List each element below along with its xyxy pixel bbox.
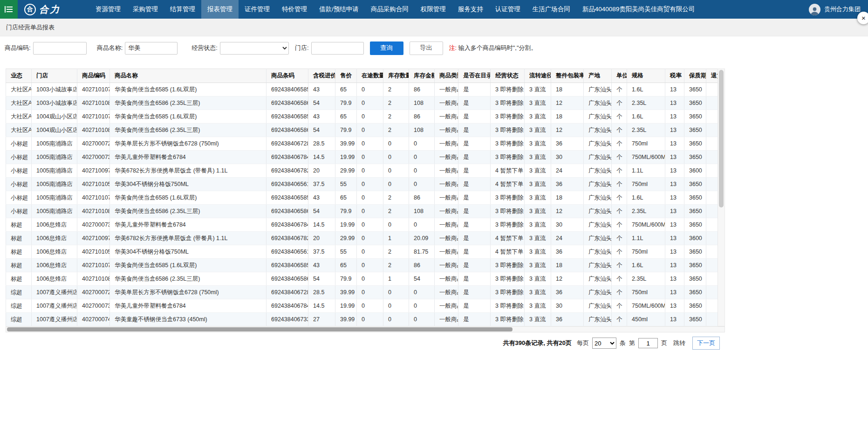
close-icon[interactable]: × xyxy=(857,12,868,24)
nav-item[interactable]: 服务支持 xyxy=(452,0,489,19)
nav-item[interactable]: 采购管理 xyxy=(127,0,164,19)
table-cell: 3 直流 xyxy=(525,137,551,151)
table-cell: 0 xyxy=(383,286,409,299)
table-row[interactable]: 综超1007遵义播州店402700074华美童趣不锈钢便当盒6733 (450m… xyxy=(6,313,718,326)
product-name-input[interactable] xyxy=(125,42,178,55)
table-row[interactable]: 小标超1005南浦路店402710097华美6782长方形便携单层饭盒 (带餐具… xyxy=(6,164,718,178)
table-cell: 0 xyxy=(357,191,383,205)
hamburger-menu-button[interactable] xyxy=(0,0,18,19)
table-cell: 37.5 xyxy=(308,178,335,191)
vertical-scrollbar[interactable] xyxy=(718,69,725,326)
horizontal-scrollbar[interactable] xyxy=(6,326,725,332)
table-row[interactable]: 大社区A1003小城故事店402710108华美食尚便当盒6586 (2.35L… xyxy=(6,97,718,110)
column-header: 产地 xyxy=(584,69,612,83)
table-cell: 1003小城故事店 xyxy=(32,97,77,110)
table-cell: 13 xyxy=(665,205,684,218)
nav-item[interactable]: 报表管理 xyxy=(201,0,239,19)
horizontal-scrollbar-thumb[interactable] xyxy=(7,327,513,331)
table-cell: 广东汕头 xyxy=(584,286,612,299)
table-cell: 402710105 xyxy=(77,178,110,191)
nav-item[interactable]: 生活广场合同 xyxy=(526,0,576,19)
column-header: 商品类型 xyxy=(435,69,458,83)
table-cell: 一般商品 xyxy=(435,218,458,232)
table-cell: 6924384067821 xyxy=(267,164,308,178)
table-cell: 2 xyxy=(383,191,409,205)
table-cell: 一般商品 xyxy=(435,259,458,272)
per-page-select[interactable]: 20 xyxy=(592,338,616,349)
table-cell: 750ML/600ML/45ML xyxy=(627,299,665,313)
table-cell: 1.6L xyxy=(627,83,665,97)
table-cell: 华美食尚便当盒6586 (2.35L三层) xyxy=(110,124,267,137)
table-row[interactable]: 小标超1005南浦路店402710105华美304不锈钢分格饭750ML6924… xyxy=(6,178,718,191)
table-cell: 0 xyxy=(357,205,383,218)
table-cell xyxy=(706,151,718,164)
table-cell: 79.9 xyxy=(335,205,357,218)
table-cell: 13 xyxy=(665,299,684,313)
table-row[interactable]: 标超1006息烽店402710097华美6782长方形便携单层饭盒 (带餐具) … xyxy=(6,232,718,245)
column-header: 商品条码 xyxy=(267,69,308,83)
table-cell: 3 直流 xyxy=(525,205,551,218)
table-cell: 12 xyxy=(551,205,584,218)
table-cell: 18 xyxy=(551,259,584,272)
table-region: 业态门店商品编码商品名称商品条码含税进价售价在途数量库存数量库存金额商品类型是否… xyxy=(6,69,725,332)
nav-item[interactable]: 认证管理 xyxy=(489,0,526,19)
search-button[interactable]: 查询 xyxy=(370,41,403,55)
page-number-input[interactable] xyxy=(638,338,658,348)
nav-item[interactable]: 商品采购合同 xyxy=(365,0,415,19)
table-cell: 55 xyxy=(335,178,357,191)
store-input[interactable] xyxy=(311,42,364,55)
table-row[interactable]: 标超1006息烽店402710108华美食尚便当盒6586 (2.35L三层)6… xyxy=(6,272,718,286)
nav-item[interactable]: 特价管理 xyxy=(276,0,313,19)
jump-button[interactable]: 跳转 xyxy=(673,339,685,347)
table-row[interactable]: 小标超1005南浦路店402710107华美食尚便当盒6585 (1.6L双层)… xyxy=(6,191,718,205)
table-row[interactable]: 综超1007遵义播州店402700072华美单层长方形不锈钢饭盒6728 (75… xyxy=(6,286,718,299)
table-cell: 华美食尚便当盒6585 (1.6L双层) xyxy=(110,110,267,124)
nav-item[interactable]: 权限管理 xyxy=(415,0,452,19)
table-cell: 1005南浦路店 xyxy=(32,191,77,205)
table-row[interactable]: 标超1006息烽店402710107华美食尚便当盒6585 (1.6L双层)69… xyxy=(6,259,718,272)
nav-item[interactable]: 资源管理 xyxy=(89,0,127,19)
table-row[interactable]: 大社区A1003小城故事店402710107华美食尚便当盒6585 (1.6L双… xyxy=(6,83,718,97)
nav-item[interactable]: 借款/预结申请 xyxy=(313,0,365,19)
vertical-scrollbar-thumb[interactable] xyxy=(719,70,724,207)
export-button[interactable]: 导出 xyxy=(410,41,443,55)
table-row[interactable]: 标超1006息烽店402700073华美儿童外带塑料餐盒678469243840… xyxy=(6,218,718,232)
table-cell: 1 xyxy=(383,232,409,245)
table-cell: 个 xyxy=(612,245,627,259)
table-cell: 750ml xyxy=(627,245,665,259)
table-cell: 12 xyxy=(551,97,584,110)
table-cell: 108 xyxy=(409,124,435,137)
table-cell: 0 xyxy=(357,286,383,299)
table-cell: 36 xyxy=(551,178,584,191)
table-cell: 6924384065612 xyxy=(267,178,308,191)
table-cell: 0 xyxy=(383,218,409,232)
nav-item[interactable]: 证件管理 xyxy=(239,0,276,19)
operation-status-select[interactable] xyxy=(220,42,289,55)
logo-circle-icon: 合 xyxy=(24,4,36,15)
table-row[interactable]: 标超1006息烽店402710105华美304不锈钢分格饭750ML692438… xyxy=(6,245,718,259)
table-row[interactable]: 综超1007遵义播州店402700073华美儿童外带塑料餐盒6784692438… xyxy=(6,299,718,313)
table-cell: 86 xyxy=(409,259,435,272)
table-cell: 2 xyxy=(383,110,409,124)
nav-item[interactable]: 新品4040089贵阳美尚美佳商贸有限公司 xyxy=(576,0,701,19)
table-cell: 是 xyxy=(458,110,491,124)
table-cell: 750ml xyxy=(627,178,665,191)
table-cell: 华美食尚便当盒6586 (2.35L三层) xyxy=(110,272,267,286)
table-cell: 750ML/600ML/45ML xyxy=(627,218,665,232)
table-cell: 29.99 xyxy=(335,232,357,245)
next-page-button[interactable]: 下一页 xyxy=(692,337,720,350)
table-cell: 3650 xyxy=(684,218,706,232)
table-cell: 0 xyxy=(357,124,383,137)
table-row[interactable]: 大社区A1004观山小区店402710107华美食尚便当盒6585 (1.6L双… xyxy=(6,110,718,124)
table-cell: 81.75 xyxy=(409,245,435,259)
table-cell: 0 xyxy=(409,178,435,191)
table-row[interactable]: 小标超1005南浦路店402700073华美儿童外带塑料餐盒6784692438… xyxy=(6,151,718,164)
table-row[interactable]: 小标超1005南浦路店402710108华美食尚便当盒6586 (2.35L三层… xyxy=(6,205,718,218)
table-row[interactable]: 小标超1005南浦路店402700072华美单层长方形不锈钢饭盒6728 (75… xyxy=(6,137,718,151)
table-cell: 28.5 xyxy=(308,286,335,299)
product-code-input[interactable] xyxy=(33,42,87,55)
table-row[interactable]: 大社区A1004观山小区店402710108华美食尚便当盒6586 (2.35L… xyxy=(6,124,718,137)
table-cell: 450ml xyxy=(627,313,665,326)
brand-logo[interactable]: 合 合力 xyxy=(24,3,61,16)
nav-item[interactable]: 结算管理 xyxy=(164,0,201,19)
